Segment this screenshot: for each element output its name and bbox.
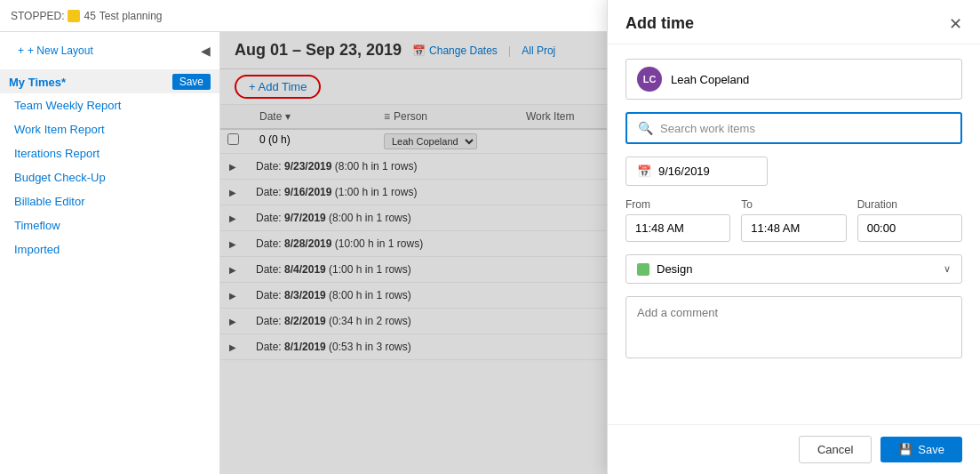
- task-count: 45: [84, 10, 95, 22]
- to-label: To: [741, 198, 846, 211]
- plus-icon: +: [18, 44, 24, 57]
- duration-label: Duration: [857, 198, 962, 211]
- category-label: Design: [657, 262, 936, 276]
- chevron-down-icon: ∨: [944, 263, 951, 275]
- search-icon: 🔍: [638, 121, 653, 135]
- modal-footer: Cancel 💾 Save: [608, 424, 980, 474]
- cancel-button[interactable]: Cancel: [799, 436, 872, 463]
- avatar: LC: [637, 67, 662, 92]
- date-row: 📅 9/16/2019: [625, 157, 962, 186]
- category-field[interactable]: Design ∨: [625, 254, 962, 284]
- avatar-initials: LC: [643, 74, 657, 84]
- duration-input[interactable]: [857, 214, 962, 242]
- sidebar-item-team-weekly[interactable]: Team Weekly Report: [0, 93, 219, 117]
- sidebar-item-work-item[interactable]: Work Item Report: [0, 117, 219, 141]
- to-group: To: [741, 198, 846, 242]
- sidebar: + + New Layout ◀ My Times* Save Team Wee…: [0, 32, 220, 474]
- sidebar-item-billable[interactable]: Billable Editor: [0, 189, 219, 213]
- status-stopped: STOPPED: 45 Test planning: [11, 10, 163, 22]
- modal-title: Add time: [625, 14, 694, 33]
- from-label: From: [625, 198, 730, 211]
- time-row: From To Duration: [625, 198, 962, 242]
- sidebar-item-timeflow[interactable]: Timeflow: [0, 213, 219, 237]
- collapse-icon: ◀: [201, 44, 211, 58]
- sidebar-nav: Team Weekly Report Work Item Report Iter…: [0, 93, 219, 474]
- yellow-indicator: [68, 10, 80, 22]
- search-work-items-input[interactable]: [660, 122, 950, 135]
- comment-input[interactable]: [625, 296, 962, 358]
- project-name: Test planning: [100, 10, 163, 22]
- main-layout: + + New Layout ◀ My Times* Save Team Wee…: [0, 32, 980, 474]
- sidebar-item-iterations[interactable]: Iterations Report: [0, 141, 219, 165]
- sidebar-header: + + New Layout ◀: [0, 32, 219, 70]
- my-times-row: My Times* Save: [0, 70, 219, 93]
- sidebar-item-imported[interactable]: Imported: [0, 237, 219, 261]
- close-icon: ✕: [949, 15, 962, 33]
- user-field[interactable]: LC Leah Copeland: [625, 59, 962, 100]
- save-modal-button[interactable]: 💾 Save: [880, 437, 962, 462]
- date-value: 9/16/2019: [658, 165, 710, 178]
- save-label: Save: [918, 443, 944, 456]
- add-time-modal: Add time ✕ LC Leah Copeland 🔍 📅: [607, 0, 980, 474]
- to-input[interactable]: [741, 214, 846, 242]
- category-color-swatch: [637, 263, 649, 276]
- sidebar-item-budget[interactable]: Budget Check-Up: [0, 165, 219, 189]
- search-work-items-field[interactable]: 🔍: [625, 112, 962, 144]
- modal-body: LC Leah Copeland 🔍 📅 9/16/2019 From: [608, 44, 980, 424]
- new-layout-button[interactable]: + + New Layout: [9, 39, 102, 62]
- my-times-label: My Times*: [9, 76, 66, 89]
- date-field[interactable]: 📅 9/16/2019: [625, 157, 768, 186]
- save-icon: 💾: [898, 443, 912, 456]
- sidebar-collapse-button[interactable]: ◀: [201, 44, 211, 58]
- modal-header: Add time ✕: [608, 0, 980, 44]
- from-group: From: [625, 198, 730, 242]
- modal-close-button[interactable]: ✕: [949, 16, 962, 32]
- new-layout-label: + New Layout: [28, 44, 93, 57]
- sidebar-save-button[interactable]: Save: [172, 74, 211, 90]
- user-name: Leah Copeland: [671, 73, 749, 86]
- status-label: STOPPED:: [11, 10, 64, 22]
- duration-group: Duration: [857, 198, 962, 242]
- date-icon: 📅: [637, 165, 651, 178]
- from-input[interactable]: [625, 214, 730, 242]
